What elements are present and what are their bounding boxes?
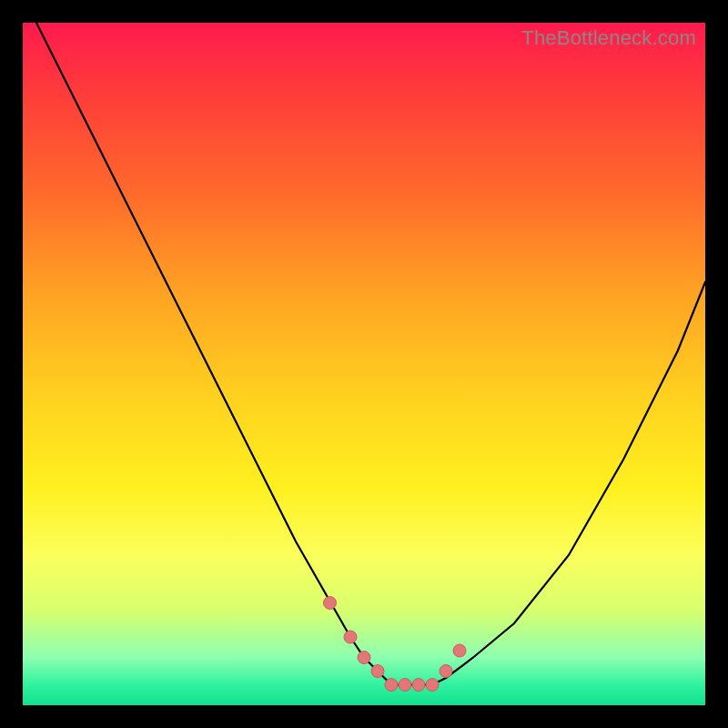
marker-point (385, 679, 398, 692)
marker-point (426, 679, 439, 692)
marker-point (453, 644, 466, 657)
marker-point (344, 631, 357, 643)
marker-point (440, 665, 452, 678)
marker-point (412, 679, 425, 692)
marker-group (324, 597, 467, 692)
marker-point (324, 597, 337, 610)
chart-frame: TheBottleneck.com (0, 0, 728, 728)
plot-area: TheBottleneck.com (23, 23, 705, 705)
curve-svg (23, 23, 705, 705)
bottleneck-curve (36, 23, 705, 685)
marker-point (358, 652, 370, 664)
marker-point (371, 665, 384, 678)
marker-point (399, 679, 411, 692)
